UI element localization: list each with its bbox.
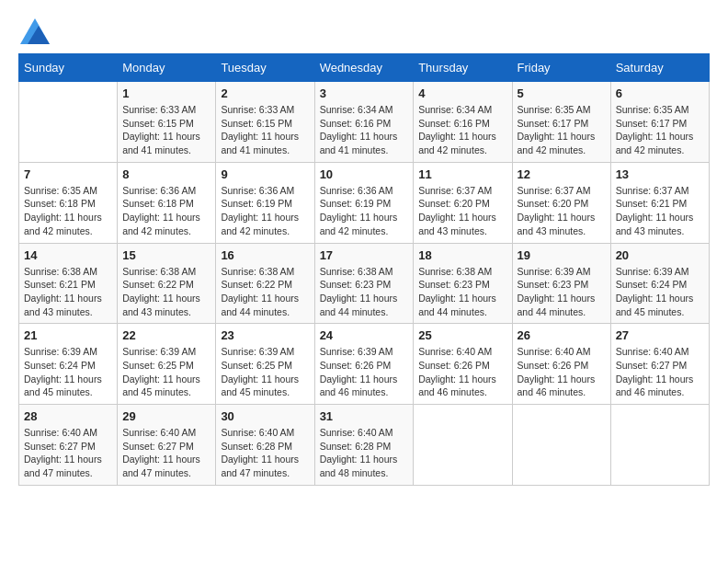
day-info: Sunrise: 6:36 AM Sunset: 6:18 PM Dayligh…	[122, 184, 210, 238]
calendar-cell: 13Sunrise: 6:37 AM Sunset: 6:21 PM Dayli…	[610, 162, 709, 243]
calendar-cell: 23Sunrise: 6:39 AM Sunset: 6:25 PM Dayli…	[216, 324, 314, 405]
day-info: Sunrise: 6:38 AM Sunset: 6:21 PM Dayligh…	[24, 265, 112, 319]
day-number: 10	[320, 167, 409, 181]
calendar-cell: 5Sunrise: 6:35 AM Sunset: 6:17 PM Daylig…	[512, 82, 610, 163]
day-info: Sunrise: 6:38 AM Sunset: 6:23 PM Dayligh…	[320, 265, 409, 319]
logo	[18, 18, 50, 44]
calendar-cell: 27Sunrise: 6:40 AM Sunset: 6:27 PM Dayli…	[610, 324, 709, 405]
day-info: Sunrise: 6:35 AM Sunset: 6:17 PM Dayligh…	[518, 103, 606, 157]
day-number: 17	[320, 248, 409, 262]
calendar-cell: 7Sunrise: 6:35 AM Sunset: 6:18 PM Daylig…	[19, 162, 118, 243]
day-info: Sunrise: 6:38 AM Sunset: 6:22 PM Dayligh…	[221, 265, 309, 319]
day-number: 11	[418, 167, 506, 181]
day-info: Sunrise: 6:35 AM Sunset: 6:17 PM Dayligh…	[616, 103, 704, 157]
calendar-cell: 29Sunrise: 6:40 AM Sunset: 6:27 PM Dayli…	[118, 405, 216, 486]
calendar-cell: 28Sunrise: 6:40 AM Sunset: 6:27 PM Dayli…	[19, 405, 118, 486]
day-number: 18	[418, 248, 506, 262]
day-info: Sunrise: 6:40 AM Sunset: 6:28 PM Dayligh…	[320, 426, 409, 480]
day-info: Sunrise: 6:40 AM Sunset: 6:26 PM Dayligh…	[418, 345, 506, 399]
day-number: 24	[320, 328, 409, 342]
day-number: 16	[221, 248, 309, 262]
day-number: 30	[221, 409, 309, 423]
calendar-cell: 16Sunrise: 6:38 AM Sunset: 6:22 PM Dayli…	[216, 243, 314, 324]
calendar-cell: 21Sunrise: 6:39 AM Sunset: 6:24 PM Dayli…	[19, 324, 118, 405]
day-number: 3	[320, 86, 409, 100]
day-info: Sunrise: 6:34 AM Sunset: 6:16 PM Dayligh…	[320, 103, 409, 157]
day-number: 28	[24, 409, 112, 423]
day-info: Sunrise: 6:38 AM Sunset: 6:22 PM Dayligh…	[122, 265, 210, 319]
calendar-cell	[512, 405, 610, 486]
day-number: 14	[24, 248, 112, 262]
day-number: 5	[518, 86, 606, 100]
day-number: 13	[616, 167, 704, 181]
calendar-cell: 24Sunrise: 6:39 AM Sunset: 6:26 PM Dayli…	[314, 324, 414, 405]
calendar-cell: 17Sunrise: 6:38 AM Sunset: 6:23 PM Dayli…	[314, 243, 414, 324]
day-info: Sunrise: 6:36 AM Sunset: 6:19 PM Dayligh…	[320, 184, 409, 238]
day-info: Sunrise: 6:33 AM Sunset: 6:15 PM Dayligh…	[122, 103, 210, 157]
calendar-cell: 3Sunrise: 6:34 AM Sunset: 6:16 PM Daylig…	[314, 82, 414, 163]
calendar-week-row: 21Sunrise: 6:39 AM Sunset: 6:24 PM Dayli…	[19, 324, 710, 405]
calendar-cell: 1Sunrise: 6:33 AM Sunset: 6:15 PM Daylig…	[118, 82, 216, 163]
calendar-cell: 8Sunrise: 6:36 AM Sunset: 6:18 PM Daylig…	[118, 162, 216, 243]
day-number: 19	[518, 248, 606, 262]
day-info: Sunrise: 6:39 AM Sunset: 6:24 PM Dayligh…	[24, 345, 112, 399]
weekday-header: Friday	[512, 54, 610, 82]
calendar-cell: 26Sunrise: 6:40 AM Sunset: 6:26 PM Dayli…	[512, 324, 610, 405]
day-number: 25	[418, 328, 506, 342]
calendar-cell: 15Sunrise: 6:38 AM Sunset: 6:22 PM Dayli…	[118, 243, 216, 324]
calendar-cell	[19, 82, 118, 163]
day-info: Sunrise: 6:33 AM Sunset: 6:15 PM Dayligh…	[221, 103, 309, 157]
day-number: 8	[122, 167, 210, 181]
calendar-cell	[610, 405, 709, 486]
day-number: 12	[518, 167, 606, 181]
calendar-cell: 2Sunrise: 6:33 AM Sunset: 6:15 PM Daylig…	[216, 82, 314, 163]
day-info: Sunrise: 6:36 AM Sunset: 6:19 PM Dayligh…	[221, 184, 309, 238]
calendar-cell: 6Sunrise: 6:35 AM Sunset: 6:17 PM Daylig…	[610, 82, 709, 163]
day-info: Sunrise: 6:40 AM Sunset: 6:27 PM Dayligh…	[24, 426, 112, 480]
day-info: Sunrise: 6:37 AM Sunset: 6:20 PM Dayligh…	[418, 184, 506, 238]
calendar-cell: 10Sunrise: 6:36 AM Sunset: 6:19 PM Dayli…	[314, 162, 414, 243]
calendar-cell: 30Sunrise: 6:40 AM Sunset: 6:28 PM Dayli…	[216, 405, 314, 486]
day-info: Sunrise: 6:39 AM Sunset: 6:26 PM Dayligh…	[320, 345, 409, 399]
calendar-cell	[414, 405, 512, 486]
calendar-cell: 18Sunrise: 6:38 AM Sunset: 6:23 PM Dayli…	[414, 243, 512, 324]
calendar-cell: 31Sunrise: 6:40 AM Sunset: 6:28 PM Dayli…	[314, 405, 414, 486]
weekday-header: Wednesday	[314, 54, 414, 82]
calendar-cell: 25Sunrise: 6:40 AM Sunset: 6:26 PM Dayli…	[414, 324, 512, 405]
calendar-week-row: 1Sunrise: 6:33 AM Sunset: 6:15 PM Daylig…	[19, 82, 710, 163]
weekday-header: Tuesday	[216, 54, 314, 82]
day-number: 27	[616, 328, 704, 342]
day-info: Sunrise: 6:35 AM Sunset: 6:18 PM Dayligh…	[24, 184, 112, 238]
calendar-body: 1Sunrise: 6:33 AM Sunset: 6:15 PM Daylig…	[19, 82, 710, 486]
day-info: Sunrise: 6:39 AM Sunset: 6:23 PM Dayligh…	[518, 265, 606, 319]
day-info: Sunrise: 6:39 AM Sunset: 6:25 PM Dayligh…	[221, 345, 309, 399]
day-info: Sunrise: 6:40 AM Sunset: 6:27 PM Dayligh…	[616, 345, 704, 399]
day-number: 15	[122, 248, 210, 262]
day-number: 26	[518, 328, 606, 342]
weekday-row: SundayMondayTuesdayWednesdayThursdayFrid…	[19, 54, 710, 82]
day-number: 1	[122, 86, 210, 100]
calendar-week-row: 7Sunrise: 6:35 AM Sunset: 6:18 PM Daylig…	[19, 162, 710, 243]
day-number: 23	[221, 328, 309, 342]
calendar-table: SundayMondayTuesdayWednesdayThursdayFrid…	[18, 53, 710, 486]
day-number: 6	[616, 86, 704, 100]
day-info: Sunrise: 6:39 AM Sunset: 6:24 PM Dayligh…	[616, 265, 704, 319]
day-info: Sunrise: 6:34 AM Sunset: 6:16 PM Dayligh…	[418, 103, 506, 157]
weekday-header: Monday	[118, 54, 216, 82]
day-number: 31	[320, 409, 409, 423]
day-number: 22	[122, 328, 210, 342]
calendar-cell: 22Sunrise: 6:39 AM Sunset: 6:25 PM Dayli…	[118, 324, 216, 405]
day-info: Sunrise: 6:40 AM Sunset: 6:26 PM Dayligh…	[518, 345, 606, 399]
weekday-header: Sunday	[19, 54, 118, 82]
logo-icon	[20, 18, 50, 44]
calendar-cell: 12Sunrise: 6:37 AM Sunset: 6:20 PM Dayli…	[512, 162, 610, 243]
weekday-header: Thursday	[414, 54, 512, 82]
calendar-cell: 11Sunrise: 6:37 AM Sunset: 6:20 PM Dayli…	[414, 162, 512, 243]
day-info: Sunrise: 6:38 AM Sunset: 6:23 PM Dayligh…	[418, 265, 506, 319]
day-number: 20	[616, 248, 704, 262]
calendar-cell: 9Sunrise: 6:36 AM Sunset: 6:19 PM Daylig…	[216, 162, 314, 243]
calendar-cell: 19Sunrise: 6:39 AM Sunset: 6:23 PM Dayli…	[512, 243, 610, 324]
weekday-header: Saturday	[610, 54, 709, 82]
calendar-cell: 20Sunrise: 6:39 AM Sunset: 6:24 PM Dayli…	[610, 243, 709, 324]
day-number: 2	[221, 86, 309, 100]
